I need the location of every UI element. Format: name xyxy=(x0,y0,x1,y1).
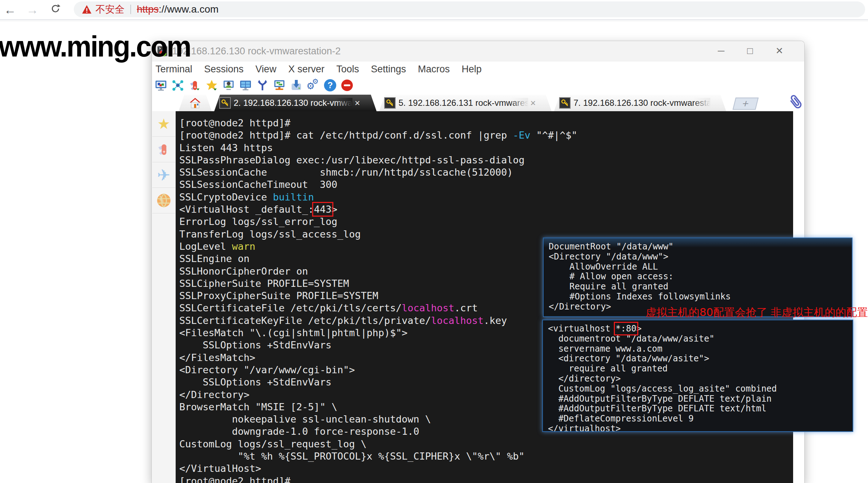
tab-home[interactable] xyxy=(179,95,212,111)
terminal-line: SSLPassPhraseDialog exec:/usr/libexec/ht… xyxy=(179,154,793,166)
terminal-line: #AddOutputFilterByType DEFLATE text/html xyxy=(548,404,847,414)
omnibox-divider xyxy=(130,5,131,14)
tab-session-2[interactable]: 2. 192.168.126.130 rock-vmwarestat × xyxy=(214,95,377,111)
terminal-line: CustomLog logs/ssl_request_log \ xyxy=(179,438,793,450)
menu-macros[interactable]: Macros xyxy=(418,64,450,75)
tab-label: 7. 192.168.126.130 rock-vmwarestatio xyxy=(574,98,710,108)
warning-triangle-icon xyxy=(82,5,92,14)
menu-sessions[interactable]: Sessions xyxy=(204,64,244,75)
key-icon xyxy=(219,97,231,109)
tab-label: 2. 192.168.126.130 rock-vmwarestat xyxy=(234,98,352,108)
tab-session-5[interactable]: 5. 192.168.126.131 rock-vmwarestatio × xyxy=(379,95,552,111)
terminal-line: SSLSessionCache shmcb:/run/httpd/sslcach… xyxy=(179,166,793,179)
close-button[interactable]: ✕ xyxy=(766,41,792,62)
url-rest: ://www.a.com xyxy=(159,4,219,15)
terminal-line: #AddOutputFilterByType DEFLATE text/plai… xyxy=(548,394,847,404)
terminal-line: Listen 443 https xyxy=(179,142,793,154)
terminal-line: </VirtualHost> xyxy=(179,462,793,475)
menu-x-server[interactable]: X server xyxy=(288,64,325,75)
sessions-star-icon[interactable] xyxy=(206,79,218,91)
red-highlight-box: 443 xyxy=(314,204,332,215)
multiexec-fork-icon[interactable] xyxy=(256,79,269,91)
browser-toolbar: ← → 不安全 https://www.a.com xyxy=(0,0,868,20)
terminal-line: CustomLog "logs/access_log_asite" combin… xyxy=(548,384,847,394)
tunneling-icon[interactable] xyxy=(273,79,285,91)
terminal-line: [root@node2 httpd]# cat /etc/httpd/conf.… xyxy=(179,129,793,141)
home-icon xyxy=(189,97,202,109)
left-sidebar: ★ + ✈ xyxy=(152,111,176,483)
terminal-line: <virtualhost *:80> xyxy=(548,324,847,334)
plus-icon: + xyxy=(741,98,750,109)
terminal-line: servername www.a.com xyxy=(548,344,847,354)
forward-icon[interactable]: → xyxy=(24,1,40,19)
sidebar-tools-item[interactable]: + xyxy=(152,137,175,162)
window-titlebar[interactable]: >_ 192.168.126.130 rock-vmwarestation-2 … xyxy=(152,41,804,62)
terminal-line: AllowOverride ALL xyxy=(549,262,847,272)
terminal-line: <Directory "/data/www"> xyxy=(549,252,847,262)
menu-settings[interactable]: Settings xyxy=(371,64,406,75)
terminal-line: Require all granted xyxy=(549,282,847,292)
reload-icon[interactable] xyxy=(48,1,63,19)
terminal-line: [root@node2 httpd]# xyxy=(179,117,793,129)
terminal-line: </virtualhost> xyxy=(548,424,847,432)
menu-bar: Terminal Sessions View X server Tools Se… xyxy=(152,62,804,77)
svg-text:+: + xyxy=(194,85,196,89)
tools-knife-icon: + xyxy=(157,141,171,157)
tab-close-icon[interactable]: × xyxy=(530,98,536,109)
tab-close-icon[interactable]: × xyxy=(355,98,360,109)
sidebar-macros-item[interactable]: ✈ xyxy=(152,162,175,188)
attachments-paperclip-icon[interactable] xyxy=(788,94,803,111)
terminal-line: </directory> xyxy=(548,374,847,384)
terminal-line: <directory "/data/www/asite"> xyxy=(548,354,847,364)
terminal-line: DocumentRoot "/data/www" xyxy=(549,242,847,252)
reload-glyph xyxy=(50,3,61,14)
help-icon[interactable]: ? xyxy=(324,79,336,91)
red-highlight-box: *:80 xyxy=(616,324,637,334)
paper-plane-icon: ✈ xyxy=(157,166,171,184)
favorites-star-icon: ★ xyxy=(157,116,170,132)
sidebar-sessions-item[interactable]: ★ xyxy=(152,111,175,137)
new-tab-button[interactable]: + xyxy=(733,98,759,110)
terminal-line: SSLSessionCacheTimeout 300 xyxy=(179,179,793,191)
virtualhost-snippet-box: <virtualhost *:80> documentroot "/data/w… xyxy=(542,320,853,432)
menu-tools[interactable]: Tools xyxy=(336,64,359,75)
packages-download-icon[interactable] xyxy=(290,79,302,91)
maximize-button[interactable]: □ xyxy=(737,41,763,62)
split-view-icon[interactable] xyxy=(239,79,252,91)
terminal-line: # Allow open access: xyxy=(549,272,847,282)
session-monitor-icon[interactable] xyxy=(155,79,167,91)
address-bar[interactable]: 不安全 https://www.a.com xyxy=(74,1,865,17)
globe-icon xyxy=(156,193,171,208)
terminal-line: require all granted xyxy=(548,364,847,374)
gear-glyph-small: ⚙ xyxy=(312,77,319,86)
settings-gears-icon[interactable]: ⚙ ⚙ xyxy=(307,79,319,91)
question-glyph: ? xyxy=(324,79,336,91)
menu-view[interactable]: View xyxy=(256,64,276,75)
back-icon[interactable]: ← xyxy=(2,1,18,19)
terminal-line: #Options Indexes followsymlinks xyxy=(549,292,847,302)
svg-text:+: + xyxy=(163,149,166,154)
tab-label: 5. 192.168.126.131 rock-vmwarestatio xyxy=(399,98,528,108)
terminal-line: [root@node2 httpd]# xyxy=(179,475,793,483)
url-scheme-struck: https xyxy=(137,4,159,15)
minimize-button[interactable]: ─ xyxy=(708,41,734,62)
tab-strip: 2. 192.168.126.130 rock-vmwarestat × 5. … xyxy=(152,93,804,111)
page-heading: www.ming.com xyxy=(0,30,190,64)
terminal-line: #DeflateCompressionLevel 9 xyxy=(548,414,847,424)
sidebar-network-item[interactable] xyxy=(152,188,175,213)
tab-session-7[interactable]: 7. 192.168.126.130 rock-vmwarestatio xyxy=(554,95,726,111)
window-title: 192.168.126.130 rock-vmwarestation-2 xyxy=(172,41,341,62)
key-icon xyxy=(384,97,396,109)
remote-desktop-user-icon[interactable] xyxy=(222,79,235,91)
terminal-line: ErrorLog logs/ssl_error_log xyxy=(179,216,793,228)
network-nodes-icon[interactable] xyxy=(172,79,184,91)
security-warning-label: 不安全 xyxy=(95,3,125,16)
url-text[interactable]: https://www.a.com xyxy=(137,4,219,15)
exit-stop-icon[interactable] xyxy=(341,79,353,91)
terminal-line: "%t %h %{SSL_PROTOCOL}x %{SSL_CIPHER}x \… xyxy=(179,450,793,462)
terminal-line: <VirtualHost _default_:443> xyxy=(179,203,793,216)
menu-terminal[interactable]: Terminal xyxy=(156,64,192,75)
red-annotation-text: 虚拟主机的80配置会抢了 非虚拟主机的的配置 xyxy=(646,305,868,320)
menu-help[interactable]: Help xyxy=(462,64,482,75)
tools-knife-icon[interactable]: + xyxy=(189,79,201,91)
